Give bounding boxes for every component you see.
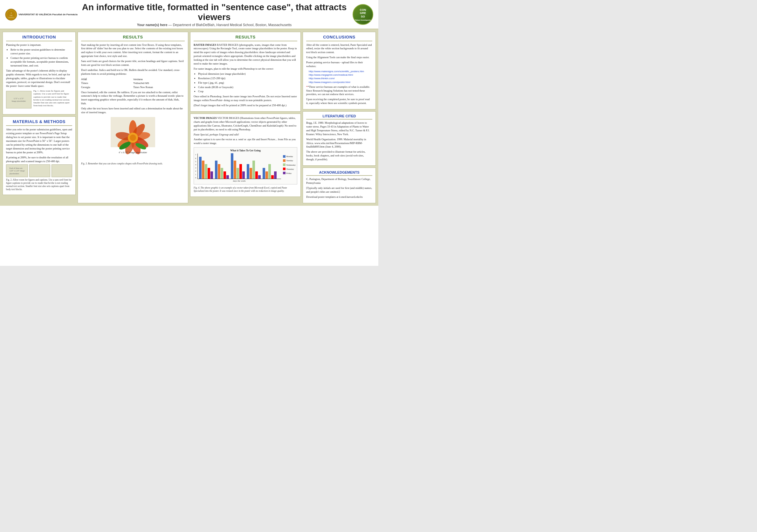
- bar-mon-mon: [199, 157, 201, 179]
- bar-group-tue: [215, 161, 229, 179]
- subtitle: Your name(s) here — Department of BlahDe…: [81, 23, 347, 27]
- main-title: An informative title, formatted in "sent…: [81, 3, 347, 22]
- legend-label-friday: Friday: [286, 172, 291, 174]
- bar-group-wed: [231, 153, 245, 179]
- r1-p4: Once formatted, edit the content. Be rut…: [81, 91, 185, 106]
- bar-fri-fri: [274, 172, 277, 179]
- literature-cited-body: Begg, J.E. 1980. Morphological adaptatio…: [306, 121, 372, 162]
- legend-color-friday: [283, 172, 286, 174]
- author-name: Your name(s) here: [137, 23, 167, 27]
- bar-thu-thu: [255, 172, 258, 179]
- font-label-verdana: Verdana: [133, 78, 143, 81]
- svg-text:VALENCIA: VALENCIA: [8, 17, 14, 18]
- url-1: http://www.makesigns.com/scientific_post…: [309, 70, 372, 73]
- bar-mon-tue: [202, 161, 204, 179]
- congreso-badge: CONGRESO Tabaco Investigación: [352, 4, 373, 25]
- conc-p3: Poster printing service bureaus - upload…: [306, 61, 372, 68]
- ack-p1: C. Purington, Department of Biology, Swa…: [306, 177, 372, 185]
- small-img-row: Each of these are3.25" x 2.25" imageplac…: [6, 164, 72, 177]
- legend-color-wednesday: [283, 164, 286, 166]
- intro-p2: Take advantage of the poster's inherent …: [6, 69, 72, 88]
- legend-friday: Friday: [283, 172, 296, 174]
- r1-p5: Only after the text boxes have been inse…: [81, 107, 185, 114]
- results2-vector-body: VECTOR IMAGES VECTOR IMAGES (Illustratio…: [194, 116, 297, 193]
- logo-right: CONGRESO Tabaco Investigación: [351, 4, 373, 25]
- fig3-caption: Fig. 3. Remember that you can draw compl…: [81, 162, 185, 165]
- fig4-caption-text: Fig. 4. The above graphic is an example …: [194, 186, 287, 192]
- results1-section: RESULTS Start making the poster by inser…: [77, 32, 188, 203]
- results2-raster-section: RESULTS RASTER IMAGES RASTER IMAGES (pho…: [190, 32, 301, 111]
- bar-group-thu: [247, 161, 261, 179]
- university-name: VNIVERSITAT ID VALÈNCIA Facultat de Farm…: [18, 13, 77, 16]
- raster-b2: Resolution (125-200 dpi): [198, 77, 297, 80]
- acknowledgements-body: C. Purington, Department of Biology, Swa…: [306, 177, 372, 199]
- small-img-2: [29, 164, 50, 177]
- svg-text:⚜: ⚜: [11, 13, 12, 14]
- r1-p1: Start making the poster by inserting all…: [81, 43, 185, 58]
- raster-bullets: Physical dimension (see image placeholde…: [194, 72, 297, 93]
- materials-methods-header: MATERIALS & METHODS: [6, 119, 72, 126]
- header: ⚜ VNIV VALENCIA VNIVERSITAT ID VALÈNCIA …: [0, 0, 378, 29]
- acknowledgements-header: ACKNOWLEDGEMENTS: [306, 171, 372, 176]
- bar-fri-tue: [265, 172, 268, 179]
- intro-p1: Planning the poster is important.: [6, 43, 72, 47]
- raster-b5: Crop: [198, 90, 297, 93]
- bar-mon-fri: [210, 172, 213, 179]
- literature-cited-header: LITERATURE CITED: [306, 114, 372, 120]
- legend-tuesday: Tuesday: [283, 159, 296, 162]
- bar-tue-fri: [227, 175, 229, 179]
- ref3: The above are provided to illustrate for…: [306, 150, 372, 162]
- legend-monday: Monday: [283, 155, 296, 158]
- materials-methods-section: MATERIALS & METHODS After you refer to t…: [3, 116, 76, 195]
- mm-p1: After you refer to the poster submission…: [6, 128, 72, 154]
- legend-color-thursday: [283, 168, 286, 170]
- legend-label-monday: Monday: [286, 155, 293, 158]
- logo-left: ⚜ VNIV VALENCIA VNIVERSITAT ID VALÈNCIA …: [5, 9, 77, 21]
- conc-p2: Using the Alignment Tools can make the f…: [306, 56, 372, 59]
- ref1: Begg, J.E. 1980. Morphological adaptatio…: [306, 121, 372, 137]
- conc-p4: **These service bureaus are examples of …: [306, 85, 372, 97]
- column-4: CONCLUSIONS After all the content is ent…: [303, 32, 376, 203]
- title-block: An informative title, formatted in "sent…: [81, 3, 347, 27]
- mm-p2: If printing at 200%, be sure to double t…: [6, 156, 72, 164]
- results1-header: RESULTS: [81, 35, 185, 41]
- bar-group-fri: [263, 164, 277, 179]
- fig1-placeholder: 5.75" x 3.75"Image placeholder: [6, 91, 31, 109]
- r2-p2-raster: For raster images, plan to edit the imag…: [194, 67, 297, 71]
- small-img-1: Each of these are3.25" x 2.25" imageplac…: [6, 164, 28, 177]
- chart-inner: days the week: [197, 154, 281, 183]
- chart-title: What it Takes To Get Going: [195, 149, 296, 152]
- bar-tue-thu: [224, 172, 226, 179]
- url-4: http://www.imageers.com/poster.html: [309, 80, 372, 84]
- literature-cited-section: LITERATURE CITED Begg, J.E. 1980. Morpho…: [303, 111, 376, 166]
- chart-container: What it Takes To Get Going 76543210: [194, 147, 297, 184]
- university-seal-icon: ⚜ VNIV VALENCIA: [5, 9, 17, 21]
- bar-tue-tue: [218, 164, 220, 179]
- small-img-3: [51, 164, 72, 177]
- bar-thu-tue: [250, 168, 252, 179]
- svg-text:VNIV: VNIV: [10, 15, 13, 16]
- bar-thu-fri: [258, 175, 261, 179]
- font-label-georgia: Georgia: [81, 85, 90, 89]
- url-list: http://www.makesigns.com/scientific_post…: [309, 70, 372, 84]
- url-2: http://www.megaprint.com/medical.html: [309, 73, 372, 77]
- intro-bullets: Refer to the poster session guidelines t…: [6, 48, 72, 67]
- content-grid: INTRODUCTION Planning the poster is impo…: [0, 29, 378, 206]
- bar-tue-wed: [221, 168, 223, 179]
- legend-color-monday: [283, 155, 286, 158]
- font-col2: Verdana Trebuchet MS Times New Roman: [133, 77, 185, 89]
- conc-p1: After all the content is entered, Insert…: [306, 43, 372, 55]
- bar-wed-tue: [234, 161, 236, 179]
- fig3-container: 4" x 9.75" Image placeholder: [81, 117, 185, 160]
- r1-p2: Sans serif fonts are good choices for th…: [81, 59, 185, 67]
- bar-mon-thu: [208, 168, 210, 179]
- introduction-section: INTRODUCTION Planning the poster is impo…: [3, 32, 76, 115]
- r2-p1-raster: RASTER IMAGES RASTER IMAGES (photographs…: [194, 43, 297, 66]
- chart-legend: Monday Tuesday Wednesday: [282, 155, 296, 183]
- font-table: Arial Times Georgia Verdana Trebuchet MS…: [81, 77, 185, 89]
- legend-color-tuesday: [283, 159, 286, 162]
- ack-p3: Download poster templates at it.med.harv…: [306, 195, 372, 199]
- poster: ⚜ VNIV VALENCIA VNIVERSITAT ID VALÈNCIA …: [0, 0, 378, 266]
- conclusions-body: After all the content is entered, Insert…: [306, 43, 372, 106]
- badge-subtitle: Tabaco Investigación: [355, 19, 371, 21]
